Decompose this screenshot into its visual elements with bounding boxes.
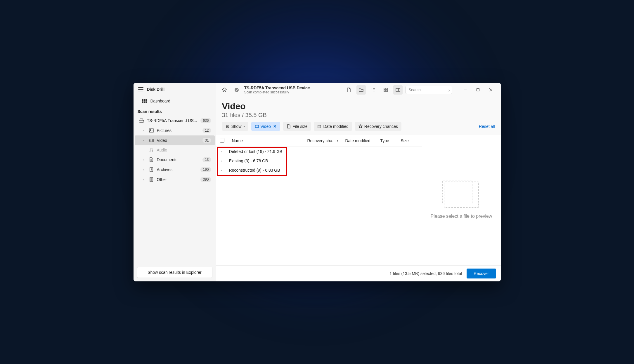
svg-point-20: [372, 88, 372, 89]
svg-point-2: [150, 129, 151, 130]
chevron-right-icon: ›: [143, 168, 146, 171]
count-badge: 190: [200, 167, 211, 172]
preview-panel: Please select a file to preview: [422, 135, 501, 265]
sidebar-item-drive[interactable]: TS-RDF5A Transcend US...636: [135, 116, 215, 126]
window-controls: [459, 85, 497, 95]
table-main: Name Recovery cha...↑ Date modified Type…: [216, 135, 422, 265]
close-button[interactable]: [484, 85, 497, 95]
app-window: Disk Drill Dashboard Scan results TS-RDF…: [134, 83, 501, 281]
calendar-icon: [317, 124, 321, 128]
page-subtitle: 31 files / 35.5 GB: [222, 112, 495, 119]
drive-icon: [139, 118, 144, 123]
titlebar: TS-RDF5A Transcend USB Device Scan compl…: [216, 83, 501, 97]
group-label: Existing (3) - 6.78 GB: [226, 159, 268, 163]
svg-point-40: [228, 126, 229, 127]
svg-rect-30: [396, 88, 400, 91]
svg-rect-14: [151, 170, 152, 170]
sidebar-item-document[interactable]: ›Documents13: [135, 155, 215, 165]
count-badge: 636: [200, 118, 211, 123]
select-all-checkbox[interactable]: [220, 138, 224, 143]
file-size-filter-chip[interactable]: File size: [283, 122, 311, 131]
group-row[interactable]: ›Existing (3) - 6.78 GB: [216, 156, 422, 166]
statusbar: 1 files (13.5 MB) selected, 636 files to…: [216, 265, 501, 281]
search-icon: ⌕: [448, 88, 450, 92]
chevron-right-icon: ›: [143, 139, 146, 142]
app-name: Disk Drill: [147, 87, 165, 92]
sidebar-item-label: Archives: [157, 167, 198, 172]
minimize-button[interactable]: [459, 85, 472, 95]
sidebar-footer: Show scan results in Explorer: [134, 263, 216, 281]
hamburger-icon[interactable]: [138, 87, 143, 91]
svg-rect-0: [139, 120, 144, 122]
column-recovery[interactable]: Recovery cha...↑: [307, 138, 345, 143]
sidebar-item-other[interactable]: ›Other390: [135, 175, 215, 184]
svg-rect-33: [477, 88, 479, 91]
list-view-button[interactable]: [369, 85, 378, 95]
preview-placeholder-icon: [444, 182, 479, 208]
svg-rect-45: [318, 125, 321, 128]
column-type[interactable]: Type: [380, 138, 401, 143]
other-icon: [149, 177, 154, 182]
file-icon: [287, 124, 291, 128]
column-size[interactable]: Size: [401, 138, 418, 143]
grid-icon: [142, 99, 147, 103]
video-icon: [149, 138, 154, 143]
main-panel: TS-RDF5A Transcend USB Device Scan compl…: [216, 83, 501, 281]
date-modified-filter-chip[interactable]: Date modified: [314, 122, 352, 131]
grid-view-button[interactable]: [381, 85, 390, 95]
sidebar-item-picture[interactable]: ›Pictures12: [135, 126, 215, 135]
svg-rect-1: [149, 129, 153, 132]
column-name[interactable]: Name: [228, 138, 307, 143]
table-header: Name Recovery cha...↑ Date modified Type…: [216, 135, 422, 147]
video-icon: [255, 124, 259, 128]
chevron-down-icon: ▾: [243, 125, 245, 128]
reset-all-link[interactable]: Reset all: [479, 124, 495, 129]
scan-complete-icon: [232, 85, 241, 95]
chevron-right-icon: ›: [143, 158, 146, 161]
video-filter-chip[interactable]: Video ✕: [251, 122, 280, 131]
sidebar-item-label: Audio: [157, 148, 211, 152]
count-badge: 390: [200, 177, 211, 182]
sidebar-item-label: TS-RDF5A Transcend US...: [147, 118, 198, 123]
svg-point-8: [150, 151, 151, 152]
table-area: Name Recovery cha...↑ Date modified Type…: [216, 135, 501, 265]
scan-status: Scan completed successfully: [244, 90, 310, 94]
recovery-chances-filter-chip[interactable]: Recovery chances: [355, 122, 401, 131]
chevron-right-icon: ›: [143, 129, 146, 132]
group-label: Deleted or lost (19) - 21.9 GB: [226, 149, 283, 154]
svg-rect-29: [386, 90, 387, 92]
column-date[interactable]: Date modified: [345, 138, 380, 143]
sort-asc-icon: ↑: [337, 139, 339, 142]
chevron-right-icon: ›: [221, 159, 226, 163]
show-in-explorer-button[interactable]: Show scan results in Explorer: [137, 267, 212, 278]
search-wrap: ⌕: [406, 86, 452, 94]
sliders-icon: [226, 124, 230, 128]
count-badge: 13: [202, 157, 211, 162]
sidebar-item-video[interactable]: ›Video31: [135, 135, 215, 145]
home-button[interactable]: [220, 85, 229, 95]
group-row[interactable]: ›Deleted or lost (19) - 21.9 GB: [216, 147, 422, 156]
sidebar-item-archive[interactable]: ›Archives190: [135, 165, 215, 175]
svg-point-22: [372, 91, 372, 91]
recover-button[interactable]: Recover: [467, 269, 496, 278]
show-filter-chip[interactable]: Show ▾: [222, 122, 248, 131]
count-badge: 12: [202, 128, 211, 133]
maximize-button[interactable]: [472, 85, 484, 95]
sidebar-header: Disk Drill: [134, 83, 216, 96]
sidebar-item-dashboard[interactable]: Dashboard: [134, 96, 216, 106]
preview-toggle-button[interactable]: [393, 85, 403, 95]
chevron-right-icon: ›: [143, 178, 146, 181]
preview-empty-text: Please select a file to preview: [431, 214, 492, 219]
sidebar-item-label: Other: [157, 177, 198, 182]
scan-results-label: Scan results: [134, 106, 216, 116]
sidebar-item-label: Video: [157, 138, 200, 143]
file-view-button[interactable]: [344, 85, 354, 95]
search-input[interactable]: [406, 86, 452, 94]
folder-view-button[interactable]: [356, 85, 366, 95]
close-icon[interactable]: ✕: [273, 124, 277, 129]
group-row[interactable]: ›Reconstructed (9) - 6.83 GB: [216, 166, 422, 175]
document-icon: [149, 157, 154, 162]
svg-point-41: [227, 127, 228, 128]
sidebar-item-label: Pictures: [157, 128, 200, 133]
status-text: 1 files (13.5 MB) selected, 636 files to…: [389, 271, 462, 276]
